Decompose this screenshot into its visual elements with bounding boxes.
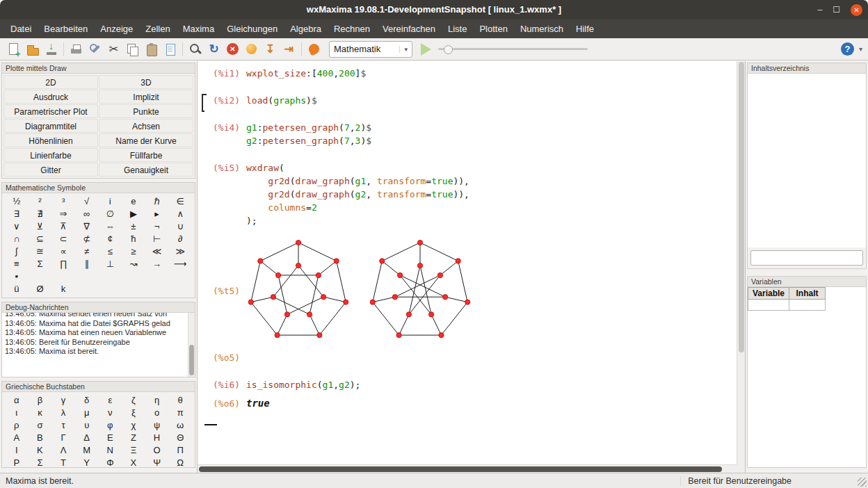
symbol-button[interactable]: ²: [29, 195, 52, 208]
slider-knob[interactable]: [444, 45, 453, 54]
symbol-button[interactable]: ℏ: [145, 195, 169, 208]
worksheet[interactable]: (%i1)wxplot_size:[400,200]$(%i2)load(gra…: [198, 61, 737, 464]
greek-letter-button[interactable]: α: [5, 394, 29, 407]
symbol-button[interactable]: ±: [122, 220, 145, 233]
symbol-button[interactable]: e: [122, 195, 145, 208]
symbol-button[interactable]: ▸: [145, 208, 169, 220]
greek-letter-button[interactable]: Ζ: [122, 432, 145, 444]
greek-letter-button[interactable]: Ν: [99, 444, 122, 457]
greek-letter-button[interactable]: ρ: [5, 419, 29, 432]
draw-button-implizit[interactable]: Implizit: [99, 90, 193, 104]
greek-letter-button[interactable]: π: [168, 407, 192, 419]
greek-letter-button[interactable]: Χ: [122, 457, 145, 468]
symbol-button[interactable]: ∃: [5, 208, 29, 220]
greek-letter-button[interactable]: Τ: [51, 457, 75, 468]
symbol-button[interactable]: ∞: [75, 208, 99, 220]
greek-letter-button[interactable]: Ι: [5, 444, 29, 457]
menu-anzeige[interactable]: Anzeige: [94, 19, 139, 38]
greek-letter-button[interactable]: Δ: [75, 432, 99, 444]
draw-button-3d[interactable]: 3D: [99, 75, 193, 89]
menu-hilfe[interactable]: Hilfe: [570, 19, 600, 38]
greek-letter-button[interactable]: υ: [75, 419, 99, 432]
symbol-button[interactable]: ∧: [168, 208, 192, 220]
draw-button-h-henlinien[interactable]: Höhenlinien: [3, 133, 98, 147]
menu-maxima[interactable]: Maxima: [177, 19, 221, 38]
menu-gleichungen[interactable]: Gleichungen: [220, 19, 284, 38]
symbol-button[interactable]: ⊄: [75, 233, 99, 245]
cell-code[interactable]: g1:petersen_graph(7,2)$g2:petersen_graph…: [246, 121, 371, 147]
new-document-button[interactable]: [4, 40, 23, 58]
symbol-button[interactable]: ½: [5, 195, 29, 208]
maximize-button[interactable]: ☐: [833, 6, 840, 14]
greek-letter-button[interactable]: Α: [5, 432, 29, 444]
toc-filter-input[interactable]: [750, 250, 863, 266]
greek-letter-button[interactable]: ω: [168, 419, 192, 432]
greek-letter-button[interactable]: Σ: [29, 457, 52, 468]
symbol-button[interactable]: ∅: [99, 208, 122, 220]
greek-letter-button[interactable]: ο: [145, 407, 169, 419]
symbol-button[interactable]: ▪: [5, 270, 29, 283]
menu-zellen[interactable]: Zellen: [139, 19, 176, 38]
draw-button-f-llfarbe[interactable]: Füllfarbe: [99, 148, 193, 162]
draw-button-punkte[interactable]: Punkte: [99, 104, 193, 118]
menu-plotten[interactable]: Plotten: [473, 19, 513, 38]
symbol-button[interactable]: Σ: [29, 258, 52, 270]
symbol-button[interactable]: ≥: [122, 245, 145, 258]
symbol-button[interactable]: ≤: [99, 245, 122, 258]
horizontal-scrollbar-thumb[interactable]: [199, 466, 722, 472]
greek-letter-button[interactable]: χ: [122, 419, 145, 432]
greek-letter-button[interactable]: ε: [99, 394, 122, 407]
worksheet-horizontal-scrollbar[interactable]: [198, 464, 737, 473]
toc-pane-header[interactable]: Inhaltsverzeichnis: [748, 63, 866, 74]
draw-button-linienfarbe[interactable]: Linienfarbe: [3, 148, 98, 162]
draw-button-diagrammtitel[interactable]: Diagrammtitel: [3, 119, 98, 133]
worksheet-vertical-scrollbar[interactable]: [737, 61, 745, 464]
symbol-button[interactable]: ħ: [122, 233, 145, 245]
greek-letter-button[interactable]: Ψ: [145, 457, 169, 468]
symbol-button[interactable]: ≡: [5, 258, 29, 270]
restart-maxima-button[interactable]: ↻: [204, 40, 223, 58]
title-bar[interactable]: wxMaxima 19.08.1-DevelopmentSnapshot [ l…: [0, 0, 868, 19]
symbol-button[interactable]: ¢: [99, 233, 122, 245]
symbol-button[interactable]: ↝: [122, 258, 145, 270]
save-button[interactable]: [42, 40, 61, 58]
draw-button-genauigkeit[interactable]: Genauigkeit: [99, 163, 193, 177]
variables-pane-header[interactable]: Variablen: [748, 277, 866, 287]
play-animation-button[interactable]: [421, 43, 431, 56]
copy-button[interactable]: [123, 40, 142, 58]
greek-letter-button[interactable]: ν: [99, 407, 122, 419]
follow-evaluation-button[interactable]: ⇥: [280, 40, 298, 58]
greek-letter-button[interactable]: Ξ: [122, 444, 145, 457]
greek-letter-button[interactable]: δ: [75, 394, 99, 407]
greek-letter-button[interactable]: ψ: [145, 419, 169, 432]
symbol-button[interactable]: ∫: [5, 245, 29, 258]
cut-button[interactable]: ✂: [104, 40, 123, 58]
symbol-button[interactable]: ⊂: [51, 233, 75, 245]
symbol-button[interactable]: ≠: [75, 245, 99, 258]
greek-letter-button[interactable]: Μ: [75, 444, 99, 457]
greek-letter-button[interactable]: η: [145, 394, 169, 407]
symbol-button[interactable]: ⟶: [168, 258, 192, 270]
interrupt-button[interactable]: [223, 40, 242, 58]
print-button[interactable]: [67, 40, 86, 58]
cell-code[interactable]: wxplot_size:[400,200]$: [246, 67, 366, 80]
worksheet-cursor[interactable]: [204, 424, 217, 425]
symbol-button[interactable]: ∩: [5, 233, 29, 245]
find-button[interactable]: [186, 40, 204, 58]
menu-liste[interactable]: Liste: [442, 19, 473, 38]
variables-col-variable[interactable]: Variable: [748, 288, 789, 300]
help-button[interactable]: ?: [841, 42, 854, 56]
greek-letter-button[interactable]: σ: [29, 419, 52, 432]
greek-letter-button[interactable]: ζ: [122, 394, 145, 407]
active-cell-bracket[interactable]: [202, 95, 208, 111]
greek-letter-button[interactable]: Κ: [29, 444, 52, 457]
paste-button[interactable]: [142, 40, 161, 58]
greek-letter-button[interactable]: κ: [29, 407, 52, 419]
greek-letter-button[interactable]: ι: [5, 407, 29, 419]
variable-name-cell[interactable]: [748, 300, 789, 311]
greek-letter-button[interactable]: Ρ: [5, 457, 29, 468]
toolbar-overflow-icon[interactable]: ▾: [859, 45, 862, 53]
toc-list[interactable]: [748, 74, 866, 247]
greek-letter-button[interactable]: Υ: [75, 457, 99, 468]
animation-slider[interactable]: [438, 44, 588, 55]
